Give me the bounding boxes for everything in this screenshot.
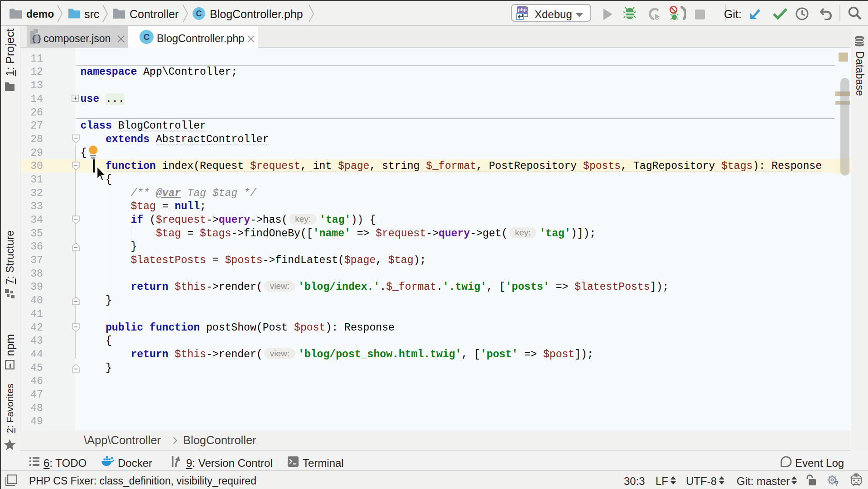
svg-text:?: ? [834, 480, 839, 487]
svg-text:{ }: { } [32, 34, 41, 43]
